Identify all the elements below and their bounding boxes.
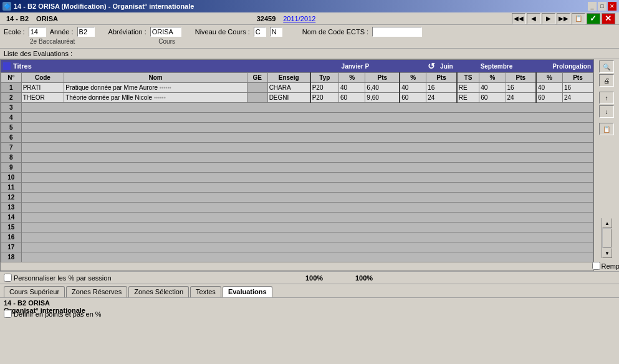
abrev-label: Abréviation : [108, 28, 146, 36]
close-button[interactable]: ✕ [608, 2, 617, 11]
col-num: N° [1, 73, 22, 83]
cell-typ[interactable]: P20 [310, 83, 339, 93]
cell-typ[interactable]: P20 [310, 93, 339, 103]
table-row: 2 THEOR Théorie donnée par Mlle Nicole •… [1, 93, 593, 103]
refresh-icon[interactable]: ↺ [428, 61, 435, 71]
cell-num: 1 [1, 83, 22, 93]
sub2: Cours [158, 38, 175, 45]
nav-prev-button[interactable]: ◀ [527, 13, 540, 24]
cell-pts2[interactable]: 24 [426, 93, 457, 103]
cell-ts: RE [457, 93, 479, 103]
action-button[interactable]: 📋 [599, 123, 614, 135]
checkbox-points[interactable] [4, 310, 12, 318]
eval-table: N° Code Nom GE Enseig Typ % Pts % Pts TS… [1, 72, 593, 262]
col-pts3: Pts [506, 73, 536, 83]
right-sidebar: 🔍 🖨 ↑ ↓ 📋 ▲ ▼ Rempl [594, 59, 619, 271]
cell-nom[interactable]: Théorie donnée par Mlle Nicole •••••• [64, 93, 247, 103]
section-label: Liste des Evaluations : [4, 50, 72, 57]
cell-ge [247, 93, 268, 103]
cell-pts3[interactable]: 16 [506, 83, 536, 93]
cell-pct2[interactable]: 60 [400, 93, 426, 103]
titres-header: Titres Janvier P ↺ Juin Septembre Prolon… [1, 60, 593, 72]
cell-code[interactable]: PRATI [21, 83, 64, 93]
table-row: 6 [1, 133, 593, 143]
maximize-button[interactable]: □ [598, 2, 607, 11]
menu-item-orisa[interactable]: ORISA [34, 14, 60, 23]
cell-pct4[interactable]: 40 [536, 83, 562, 93]
copy-button[interactable]: 📋 [572, 13, 585, 24]
niveau-input1[interactable] [254, 27, 266, 37]
menu-item-14b2[interactable]: 14 - B2 [4, 14, 31, 23]
rempl-checkbox[interactable] [592, 262, 600, 270]
table-row: 9 [1, 163, 593, 173]
tab-evaluations[interactable]: Evaluations [223, 286, 272, 297]
cell-pct4[interactable]: 60 [536, 93, 562, 103]
nav-first-button[interactable]: ◀◀ [512, 13, 525, 24]
cell-pts3[interactable]: 24 [506, 93, 536, 103]
checkbox-pct-session[interactable] [4, 274, 12, 282]
table-row: 14 [1, 213, 593, 223]
tab-cours-superieur[interactable]: Cours Supérieur [4, 286, 65, 297]
col-ts: TS [457, 73, 479, 83]
cell-enseig[interactable]: CHARA [267, 83, 310, 93]
tab-zones-reserves[interactable]: Zones Réserves [66, 286, 127, 297]
pct-juin-display: 100% [355, 274, 373, 282]
move-up-button[interactable]: ↑ [599, 92, 614, 104]
confirm-button[interactable]: ✓ [587, 13, 600, 24]
status-line1: 14 - B2 ORISA [4, 299, 615, 307]
tab-zones-selection[interactable]: Zones Sélection [128, 286, 189, 297]
cell-pct1[interactable]: 60 [338, 93, 365, 103]
cell-nom[interactable]: Pratique donnée par Mme Aurore •••••• [64, 83, 247, 93]
print-button[interactable]: 🖨 [599, 74, 614, 87]
table-row: 15 [1, 223, 593, 232]
cell-num: 2 [1, 93, 22, 103]
cell-code[interactable]: THEOR [21, 93, 64, 103]
ecole-input[interactable] [29, 27, 46, 37]
col-pts4: Pts [562, 73, 593, 83]
table-row: 8 [1, 153, 593, 163]
annee-input[interactable] [77, 27, 95, 37]
table-row: 13 [1, 203, 593, 213]
check2-label: Définir en points et pas en % [14, 310, 102, 318]
niveau-input2[interactable] [270, 27, 282, 37]
table-row: 11 [1, 183, 593, 193]
table-row: 17 [1, 242, 593, 252]
rempl-label: Rempl [602, 262, 619, 270]
cell-pts4[interactable]: 24 [562, 93, 593, 103]
col-pts2: Pts [426, 73, 457, 83]
nav-next-button[interactable]: ▶ [542, 13, 555, 24]
cell-ge [247, 83, 268, 93]
table-row: 7 [1, 143, 593, 153]
cell-pct2[interactable]: 40 [400, 83, 426, 93]
minimize-button[interactable]: _ [588, 2, 597, 11]
move-down-button[interactable]: ↓ [599, 105, 614, 118]
cell-pts4[interactable]: 16 [562, 83, 593, 93]
header-square [3, 62, 11, 70]
scroll-up-button[interactable]: ▲ [602, 218, 612, 228]
nom-code-input[interactable] [372, 27, 422, 37]
menu-bar: 14 - B2 ORISA 32459 2011/2012 ◀◀ ◀ ▶ ▶▶ … [0, 12, 619, 25]
table-row: 4 [1, 113, 593, 123]
year-link[interactable]: 2011/2012 [283, 15, 315, 22]
cell-enseig[interactable]: DEGNI [267, 93, 310, 103]
scroll-down-button[interactable]: ▼ [602, 248, 612, 258]
pct-jan-display: 100% [305, 274, 323, 282]
cell-pts1[interactable]: 6,40 [365, 83, 400, 93]
nav-last-button[interactable]: ▶▶ [557, 13, 570, 24]
table-row: 16 [1, 232, 593, 242]
abrev-input[interactable] [150, 27, 181, 37]
cell-pct1[interactable]: 40 [338, 83, 365, 93]
cancel-button[interactable]: ✕ [602, 13, 615, 24]
juin-header: Juin [440, 63, 453, 70]
section-header: Liste des Evaluations : [0, 49, 619, 59]
cell-pct3[interactable]: 40 [479, 83, 506, 93]
vertical-scrollbar[interactable]: ▲ ▼ [602, 218, 612, 258]
col-nom: Nom [64, 73, 247, 83]
scroll-thumb[interactable] [603, 229, 612, 247]
search-button[interactable]: 🔍 [599, 60, 614, 73]
cell-pts1[interactable]: 9,60 [365, 93, 400, 103]
tab-textes[interactable]: Textes [190, 286, 221, 297]
cell-pts2[interactable]: 16 [426, 83, 457, 93]
col-typ: Typ [310, 73, 339, 83]
cell-pct3[interactable]: 60 [479, 93, 506, 103]
